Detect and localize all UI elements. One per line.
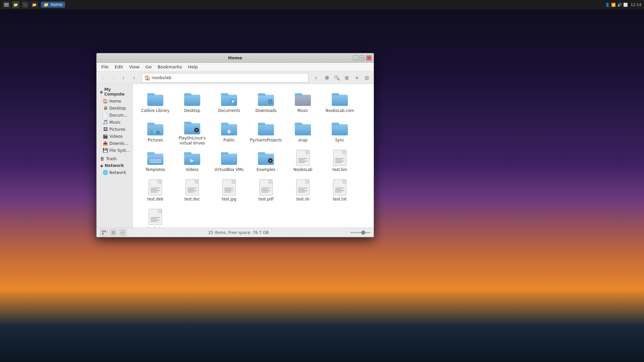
tray-icons: 👤 📶 🔊 ⬜	[605, 3, 628, 7]
trash-sidebar-label: Trash	[106, 157, 117, 161]
file-item-examples[interactable]: ✕ Examples	[248, 147, 284, 177]
file-item-testsh[interactable]: test.sh	[284, 177, 321, 206]
toolbar: ‹ › ↑ ‹ 🏠 noobslab › ⊕ 🔍 ⊞ ≡ ⊟	[97, 71, 374, 84]
detail-view-button[interactable]: ⊟	[362, 73, 372, 82]
testtxt-label: test.txt	[333, 197, 347, 202]
noobslab-com-icon	[332, 91, 348, 107]
desktop-sidebar-icon: 🖥	[103, 106, 108, 111]
testdeb-label: test.deb	[147, 197, 163, 202]
sidebar-item-filesystem[interactable]: 💾 File Syst...	[97, 147, 132, 154]
sidebar-section-network-header[interactable]: ● Network	[97, 162, 132, 169]
sidebar-item-trash[interactable]: 🗑 Trash	[97, 155, 132, 162]
taskbar-files2-btn[interactable]: 📂	[31, 1, 38, 8]
prev-location-button[interactable]: ‹	[129, 73, 139, 82]
file-item-public[interactable]: Public	[211, 118, 248, 147]
taskbar-files-btn[interactable]: 📁	[12, 1, 19, 8]
zoom-slider[interactable]	[350, 232, 370, 233]
statusbar-btn3[interactable]	[119, 229, 127, 236]
menu-bookmarks[interactable]: Bookmarks	[155, 64, 185, 70]
back-button[interactable]: ‹	[99, 73, 108, 82]
up-button[interactable]: ↑	[119, 73, 128, 82]
statusbar-btn2[interactable]	[109, 229, 117, 236]
menu-file[interactable]: File	[99, 64, 111, 70]
file-grid: Calibre Library Desktop Documents	[133, 84, 374, 228]
file-item-testzip[interactable]: test.zip	[137, 206, 174, 228]
file-item-testtxt[interactable]: test.txt	[321, 177, 358, 206]
file-item-pictures[interactable]: Pictures	[137, 118, 174, 147]
file-item-calibre[interactable]: Calibre Library	[137, 88, 174, 118]
documents-sidebar-label: Docum...	[109, 113, 127, 118]
sidebar-item-music[interactable]: 🎵 Music	[97, 119, 132, 126]
sidebar-item-desktop[interactable]: 🖥 Desktop	[97, 105, 132, 112]
file-item-desktop[interactable]: Desktop	[174, 88, 211, 118]
file-item-testdoc[interactable]: test.doc	[174, 177, 211, 206]
sidebar-section-network: ● Network 🌐 Network	[97, 162, 132, 176]
taskbar-left: 📁 ⬛ 📂	[3, 1, 38, 8]
filesystem-sidebar-icon: 💾	[103, 148, 108, 153]
file-item-documents[interactable]: Documents	[211, 88, 248, 118]
home-sidebar-icon: 🏠	[103, 99, 108, 104]
nav-buttons: ‹ › ↑	[99, 73, 128, 82]
svg-rect-4	[232, 101, 234, 102]
forward-button[interactable]: ›	[109, 73, 118, 82]
file-manager-window: Home _ □ ✕ File Edit View Go Bookmarks H…	[96, 53, 374, 237]
file-item-testdeb[interactable]: test.deb	[137, 177, 174, 206]
file-item-virtualbox[interactable]: VirtualBox VMs	[211, 147, 248, 177]
desktop-icon	[184, 91, 200, 107]
sidebar-section-mycompute-header[interactable]: ● My Compute	[97, 86, 132, 98]
file-item-downloads[interactable]: ↓ Downloads	[248, 88, 284, 118]
file-item-testjpg[interactable]: test.jpg	[211, 177, 248, 206]
music-sidebar-icon: 🎵	[103, 120, 108, 125]
sync-icon	[332, 120, 348, 136]
statusbar-btn1[interactable]	[100, 229, 108, 236]
file-item-sync[interactable]: Sync	[321, 118, 358, 147]
sidebar-item-downloads[interactable]: 📥 Downlo...	[97, 140, 132, 147]
icon-view-button[interactable]: ⊞	[342, 73, 352, 82]
titlebar-controls: _ □ ✕	[353, 55, 372, 61]
taskbar-menu-btn[interactable]	[3, 1, 10, 8]
volume-icon: 🔊	[617, 3, 622, 7]
menu-go[interactable]: Go	[143, 64, 154, 70]
file-item-music[interactable]: Music	[284, 88, 321, 118]
minimize-button[interactable]: _	[353, 55, 358, 61]
calibre-icon	[147, 91, 163, 107]
file-item-playonlinux[interactable]: ✕ PlayOnLinux's virtual drives	[174, 118, 211, 147]
close-button[interactable]: ✕	[366, 55, 372, 61]
sidebar-item-home[interactable]: 🏠 Home	[97, 98, 132, 105]
sidebar-item-videos[interactable]: 🎬 Videos	[97, 133, 132, 140]
next-location-button[interactable]: ›	[311, 73, 321, 82]
file-item-snap[interactable]: snap	[284, 118, 321, 147]
taskbar-window-home[interactable]: 📁 Home	[41, 2, 65, 8]
sidebar-item-documents[interactable]: 📄 Docum...	[97, 112, 132, 119]
file-item-testpdf[interactable]: test.pdf	[248, 177, 284, 206]
svg-rect-6	[102, 231, 104, 232]
zoom-in-button[interactable]: ⊕	[322, 73, 331, 82]
maximize-button[interactable]: □	[360, 55, 365, 61]
taskbar-terminal-btn[interactable]: ⬛	[21, 1, 29, 8]
location-text: noobslab	[152, 75, 306, 80]
file-item-noobslab-com[interactable]: NoobsLab.com	[321, 88, 358, 118]
downloads-badge: ↓	[268, 99, 273, 104]
file-item-templates[interactable]: Templates	[137, 147, 174, 177]
file-item-testbin[interactable]: test.bin	[321, 147, 358, 177]
statusbar-info-text: 25 items, Free space: 78.7 GB	[208, 230, 269, 235]
search-button[interactable]: 🔍	[332, 73, 341, 82]
content-area: ● My Compute 🏠 Home 🖥 Desktop 📄 Docum...…	[97, 84, 374, 228]
list-view-button[interactable]: ≡	[352, 73, 362, 82]
svg-rect-9	[111, 231, 115, 232]
taskbar-center: 📁 Home	[38, 2, 605, 8]
menu-view[interactable]: View	[126, 64, 142, 70]
documents-icon	[221, 91, 237, 107]
menu-edit[interactable]: Edit	[112, 64, 126, 70]
file-item-videos[interactable]: ▶ Videos	[174, 147, 211, 177]
sidebar-item-pictures[interactable]: 🖼 Pictures	[97, 126, 132, 133]
pycharm-icon	[258, 120, 274, 136]
file-item-noobslab[interactable]: NoobsLab	[284, 147, 321, 177]
taskbar-window-label: Home	[51, 2, 62, 7]
videos-label: Videos	[186, 167, 199, 172]
sidebar-item-network[interactable]: 🌐 Network	[97, 169, 132, 176]
menu-help[interactable]: Help	[185, 64, 201, 70]
file-item-pycharm[interactable]: PycharmProjects	[248, 118, 284, 147]
taskbar: 📁 ⬛ 📂 📁 Home 👤 📶 🔊 ⬜ 12:14	[0, 0, 644, 9]
downloads-sidebar-icon: 📥	[103, 141, 108, 146]
